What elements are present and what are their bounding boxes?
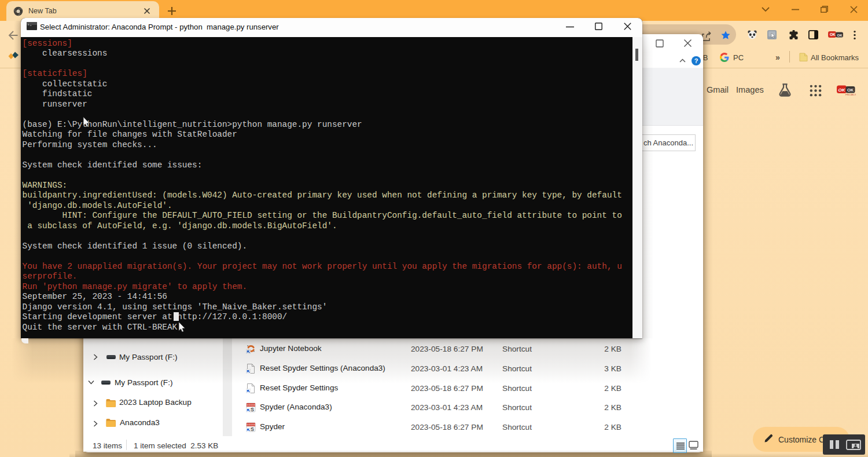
svg-text:OK: OK <box>847 87 854 93</box>
svg-text:OK: OK <box>830 32 836 36</box>
svg-text:PROJECTS: PROJECTS <box>845 93 856 96</box>
svg-text:S: S <box>251 407 254 412</box>
svg-text:OK: OK <box>838 87 846 93</box>
svg-text:S: S <box>251 426 254 432</box>
svg-text:OK: OK <box>837 34 843 37</box>
